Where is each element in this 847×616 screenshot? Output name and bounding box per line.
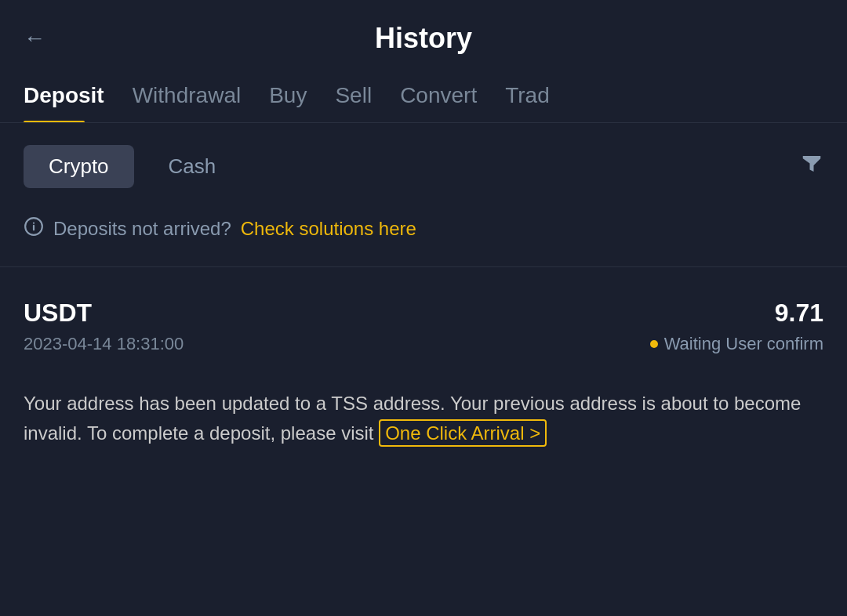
crypto-filter-button[interactable]: Crypto [24, 145, 134, 188]
info-icon [24, 216, 44, 241]
tab-deposit[interactable]: Deposit [24, 71, 126, 122]
tab-convert[interactable]: Convert [400, 71, 499, 122]
filter-buttons: Crypto Cash [24, 145, 241, 188]
transaction-item: USDT 9.71 2023-04-14 18:31:00 Waiting Us… [0, 280, 847, 373]
tab-sell[interactable]: Sell [335, 71, 394, 122]
tab-withdrawal[interactable]: Withdrawal [133, 71, 263, 122]
page-title: History [375, 22, 472, 55]
transaction-amount: 9.71 [775, 299, 823, 328]
divider [0, 266, 847, 267]
filter-icon[interactable] [800, 152, 823, 181]
back-icon: ← [24, 26, 45, 51]
notice-bar: Deposits not arrived? Check solutions he… [0, 204, 847, 254]
transaction-top: USDT 9.71 [24, 299, 823, 328]
tabs-container: Deposit Withdrawal Buy Sell Convert Trad [0, 71, 847, 123]
notice-text: Deposits not arrived? [53, 218, 231, 240]
status-dot [650, 340, 658, 348]
cash-filter-button[interactable]: Cash [144, 145, 242, 188]
message-box: Your address has been updated to a TSS a… [0, 373, 847, 473]
message-text: Your address has been updated to a TSS a… [24, 389, 823, 449]
tab-buy[interactable]: Buy [269, 71, 329, 122]
filter-section: Crypto Cash [0, 123, 847, 204]
transaction-date: 2023-04-14 18:31:00 [24, 334, 184, 354]
header: ← History [0, 0, 847, 71]
transaction-status: Waiting User confirm [650, 334, 823, 354]
back-button[interactable]: ← [24, 26, 45, 51]
notice-link[interactable]: Check solutions here [241, 218, 416, 240]
transaction-bottom: 2023-04-14 18:31:00 Waiting User confirm [24, 334, 823, 354]
one-click-arrival-link[interactable]: One Click Arrival > [379, 419, 547, 447]
tab-trade[interactable]: Trad [505, 71, 572, 122]
transaction-currency: USDT [24, 299, 92, 328]
